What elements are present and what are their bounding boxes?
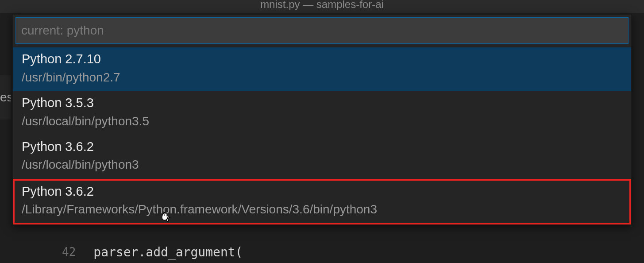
window-title: mnist.py — samples-for-ai <box>260 0 384 11</box>
interpreter-option-path: /Library/Frameworks/Python.framework/Ver… <box>22 201 622 218</box>
interpreter-option-title: Python 2.7.10 <box>22 51 622 68</box>
side-panel-fragment: es <box>0 75 11 120</box>
interpreter-options-list: Python 2.7.10/usr/bin/python2.7Python 3.… <box>13 47 631 224</box>
quick-pick-input-wrapper <box>13 15 631 46</box>
interpreter-option-title: Python 3.6.2 <box>22 183 622 200</box>
editor-area[interactable]: 42 parser.add_argument( <box>0 241 644 263</box>
interpreter-option-path: /usr/local/bin/python3.5 <box>22 112 622 130</box>
interpreter-option[interactable]: Python 3.6.2/usr/local/bin/python3 <box>13 135 631 179</box>
interpreter-option[interactable]: Python 3.5.3/usr/local/bin/python3.5 <box>13 91 631 135</box>
interpreter-option-title: Python 3.6.2 <box>22 139 622 155</box>
interpreter-search-input[interactable] <box>15 17 629 44</box>
title-bar: mnist.py — samples-for-ai <box>0 0 644 13</box>
interpreter-option-title: Python 3.5.3 <box>22 95 622 112</box>
interpreter-option[interactable]: Python 2.7.10/usr/bin/python2.7 <box>13 47 631 91</box>
interpreter-option-path: /usr/local/bin/python3 <box>22 156 622 173</box>
line-number: 42 <box>62 245 76 259</box>
interpreter-option-path: /usr/bin/python2.7 <box>22 69 622 86</box>
quick-pick-panel: Python 2.7.10/usr/bin/python2.7Python 3.… <box>12 14 632 225</box>
code-line: parser.add_argument( <box>93 245 243 259</box>
interpreter-option[interactable]: Python 3.6.2/Library/Frameworks/Python.f… <box>13 179 631 224</box>
